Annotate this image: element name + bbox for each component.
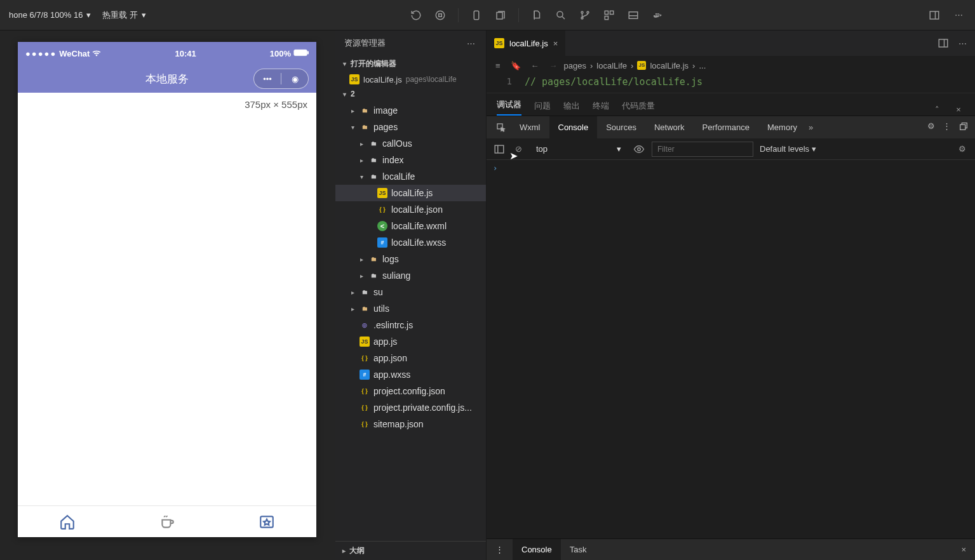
- tab-star[interactable]: [217, 506, 316, 537]
- more-icon[interactable]: ⋯: [464, 37, 477, 50]
- drawer-kebab-icon[interactable]: ⋮: [487, 539, 513, 560]
- crumb[interactable]: localLife.js: [650, 61, 689, 70]
- extensions-icon[interactable]: [603, 9, 615, 22]
- crumb[interactable]: ...: [699, 61, 706, 70]
- tree-folder-utils[interactable]: ▸🖿utils: [335, 300, 486, 317]
- console-body[interactable]: ›: [487, 160, 975, 538]
- open-editor-item[interactable]: JS localLife.js pages\localLife: [335, 72, 486, 87]
- back-icon[interactable]: ←: [531, 61, 539, 70]
- devtools-tab-network[interactable]: Network: [645, 116, 694, 138]
- close-icon[interactable]: ×: [553, 39, 558, 48]
- lower-tab-quality[interactable]: 代码质量: [622, 97, 655, 116]
- stop-icon[interactable]: [434, 9, 447, 22]
- lower-tab-terminal[interactable]: 终端: [593, 97, 609, 116]
- clear-console-icon[interactable]: ⊘: [512, 143, 525, 156]
- bookmark-icon[interactable]: 🔖: [511, 61, 521, 70]
- tab-cup[interactable]: [118, 506, 217, 537]
- phone-page-body[interactable]: [18, 110, 316, 505]
- kebab-icon[interactable]: ⋮: [943, 121, 951, 133]
- tree-file-sitemap[interactable]: { }sitemap.json: [335, 416, 486, 432]
- drawer-tab-task[interactable]: Task: [561, 539, 596, 560]
- open-editors-label: 打开的编辑器: [351, 58, 396, 69]
- levels-label: Default levels: [760, 144, 809, 154]
- svg-rect-9: [610, 11, 613, 14]
- hot-reload-toggle[interactable]: 热重载 开 ▾: [98, 7, 150, 23]
- explorer-title: 资源管理器: [344, 37, 386, 49]
- tree-folder-callous[interactable]: ▸🖿callOus: [335, 135, 486, 152]
- tree-file-locallife-json[interactable]: { }localLife.json: [335, 201, 486, 218]
- element-picker-icon[interactable]: [492, 123, 511, 133]
- layout-icon[interactable]: [937, 37, 950, 50]
- context-selector[interactable]: top ▾: [531, 142, 626, 157]
- outline-label: 大纲: [349, 545, 365, 556]
- tree-folder-image[interactable]: ▸🖿image: [335, 102, 486, 119]
- log-levels-selector[interactable]: Default levels ▾: [760, 144, 816, 154]
- lower-tab-problems[interactable]: 问题: [534, 97, 551, 116]
- eye-icon[interactable]: [633, 143, 645, 156]
- folder-icon: 🖿: [360, 303, 370, 314]
- chevron-down-icon: ▾: [340, 60, 348, 67]
- open-editors-header[interactable]: ▾ 打开的编辑器: [335, 56, 486, 72]
- tab-home[interactable]: [18, 506, 118, 537]
- json-file-icon: { }: [360, 353, 370, 363]
- tree-file-eslintrc[interactable]: ◎.eslintrc.js: [335, 317, 486, 333]
- git-branch-icon[interactable]: [579, 9, 591, 22]
- lower-tab-output[interactable]: 输出: [563, 97, 580, 116]
- tree-file-app-json[interactable]: { }app.json: [335, 350, 486, 366]
- devtools-tab-memory[interactable]: Memory: [758, 116, 806, 138]
- editor-body[interactable]: 1 // pages/localLife/localLife.js: [487, 75, 975, 93]
- devtools-tab-performance[interactable]: Performance: [694, 116, 758, 138]
- gear-icon[interactable]: ⚙: [927, 121, 935, 133]
- drawer-tab-console[interactable]: Console: [513, 539, 561, 560]
- devtools-tab-wxml[interactable]: Wxml: [511, 116, 549, 138]
- tree-file-locallife-js[interactable]: JSlocalLife.js: [335, 185, 486, 201]
- more-tabs-icon[interactable]: »: [809, 123, 813, 132]
- close-icon[interactable]: ×: [961, 545, 975, 554]
- sidebar-toggle-icon[interactable]: [493, 143, 506, 156]
- outline-header[interactable]: ▸ 大纲: [335, 541, 486, 560]
- tree-folder-su[interactable]: ▸🖿su: [335, 284, 486, 300]
- multi-window-icon[interactable]: [494, 9, 507, 22]
- files-icon[interactable]: [530, 9, 543, 22]
- layout-icon[interactable]: [928, 9, 941, 22]
- tree-file-project-private[interactable]: { }project.private.config.js...: [335, 399, 486, 416]
- devtools-tab-sources[interactable]: Sources: [597, 116, 645, 138]
- gear-icon[interactable]: ⚙: [956, 143, 969, 156]
- editor-tab-locallife[interactable]: JS localLife.js ×: [487, 30, 566, 56]
- chevron-up-icon[interactable]: ˄: [931, 103, 943, 116]
- device-selector[interactable]: hone 6/7/8 100% 16 ▾: [5, 8, 95, 22]
- list-icon[interactable]: ≡: [495, 61, 501, 70]
- svg-rect-19: [495, 145, 504, 153]
- panel-icon[interactable]: [627, 9, 640, 22]
- tree-file-app-wxss[interactable]: #app.wxss: [335, 366, 486, 383]
- tree-folder-locallife[interactable]: ▾🖿localLife: [335, 168, 486, 185]
- tree-folder-pages[interactable]: ▾🖿pages: [335, 119, 486, 135]
- lower-tab-debugger[interactable]: 调试器: [497, 95, 521, 116]
- crumb[interactable]: pages: [564, 61, 586, 70]
- project-header[interactable]: ▾ 2: [335, 87, 486, 101]
- js-file-icon: JS: [637, 61, 646, 70]
- close-icon[interactable]: ×: [952, 103, 965, 116]
- tree-file-locallife-wxss[interactable]: #localLife.wxss: [335, 234, 486, 251]
- forward-icon[interactable]: →: [549, 61, 558, 70]
- tree-file-app-js[interactable]: JSapp.js: [335, 333, 486, 350]
- tree-file-project-config[interactable]: { }project.config.json: [335, 383, 486, 399]
- phone-icon[interactable]: [470, 9, 483, 22]
- devtools-tab-console[interactable]: Console: [549, 116, 598, 138]
- svg-point-4: [557, 11, 563, 17]
- tree-folder-logs[interactable]: ▸🖿logs: [335, 251, 486, 267]
- filter-input[interactable]: [652, 142, 753, 157]
- popout-icon[interactable]: [958, 121, 969, 133]
- tree-file-locallife-wxml[interactable]: <localLife.wxml: [335, 218, 486, 234]
- more-icon[interactable]: ⋯: [956, 37, 969, 50]
- refresh-icon[interactable]: [410, 9, 422, 22]
- docker-icon[interactable]: [651, 9, 664, 22]
- chevron-down-icon: ▾: [340, 91, 348, 98]
- svg-rect-16: [939, 39, 948, 47]
- tree-folder-index[interactable]: ▸🖿index: [335, 152, 486, 168]
- svg-rect-14: [307, 51, 309, 54]
- search-icon[interactable]: [555, 9, 567, 22]
- crumb[interactable]: localLife: [596, 61, 627, 70]
- more-icon[interactable]: ⋯: [952, 9, 965, 22]
- tree-folder-suliang[interactable]: ▸🖿suliang: [335, 267, 486, 284]
